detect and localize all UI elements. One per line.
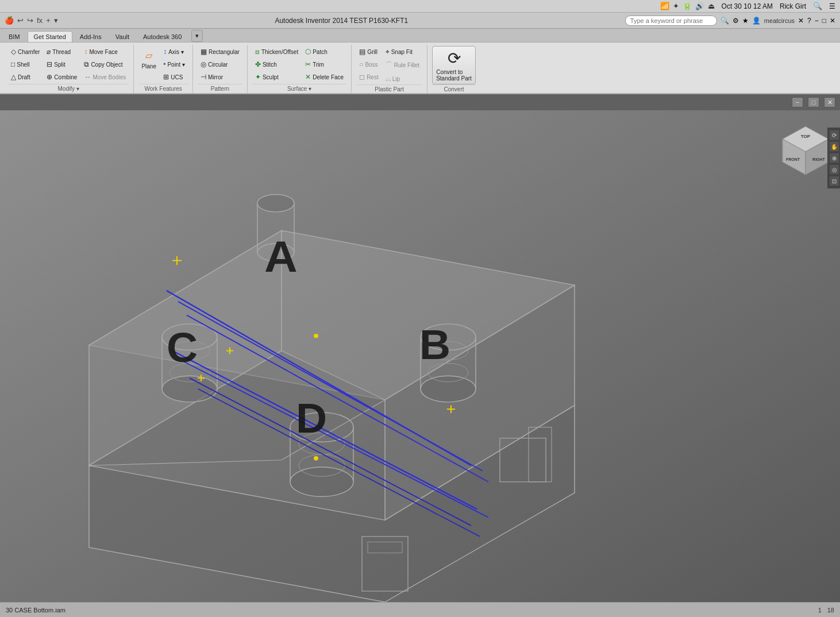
zoom-button[interactable]: ⊕ [829, 153, 839, 163]
close-icon[interactable]: ✕ [798, 17, 804, 25]
svg-text:RIGHT: RIGHT [812, 157, 826, 161]
grill-button[interactable]: ▤ Grill [356, 46, 380, 57]
svg-text:C: C [167, 325, 198, 371]
modify-col3: ↕ Move Face ⧉ Copy Object ↔ Move Bodies [81, 46, 129, 83]
thread-button[interactable]: ⌀ Thread [44, 46, 74, 57]
work-features-buttons: ▱ Plane ↕ Axis ▾ • Point ▾ ⊞ UCS [138, 45, 188, 84]
rest-button[interactable]: ◻ Rest [356, 71, 382, 83]
status-bar: 30 CASE Bottom.iam 1 18 [0, 602, 840, 617]
pan-button[interactable]: ✋ [829, 141, 839, 152]
ribbon-toolbar: ◇ Chamfer □ Shell △ Draft ⌀ Thread [0, 43, 840, 94]
move-face-label: Move Face [89, 49, 117, 55]
maximize-icon[interactable]: □ [822, 17, 826, 25]
axis-button[interactable]: ↕ Axis ▾ [160, 46, 187, 57]
chamfer-button[interactable]: ◇ Chamfer [8, 46, 43, 57]
dropdown-arrow-icon[interactable]: ▾ [54, 16, 58, 25]
plane-button[interactable]: ▱ Plane [138, 46, 159, 72]
patch-button[interactable]: ⬡ Patch [302, 46, 330, 57]
tab-vault[interactable]: Vault [109, 31, 136, 42]
sub-restore-button[interactable]: □ [808, 97, 819, 107]
plastic-buttons: ▤ Grill ○ Boss ◻ Rest ⌖ Snap Fit ⌒ [356, 45, 422, 84]
axis-icon: ↕ [163, 48, 167, 56]
delete-face-button[interactable]: ✕ Delete Face [302, 71, 346, 83]
copy-object-button[interactable]: ⧉ Copy Object [81, 59, 125, 70]
convert-label: Convert toStandard Part [436, 69, 472, 82]
sculpt-button[interactable]: ✦ Sculpt [252, 71, 282, 83]
copy-object-icon: ⧉ [84, 60, 89, 68]
search-icon[interactable]: 🔍 [720, 17, 729, 25]
sub-close-button[interactable]: ✕ [824, 97, 835, 107]
settings-icon[interactable]: ⚙ [733, 17, 739, 25]
title-left-icons: 🍎 ↩ ↪ fx + ▾ [5, 16, 58, 25]
convert-icon: ⟳ [448, 49, 461, 68]
menu-icon[interactable]: ☰ [829, 2, 835, 10]
surface-group-label: Surface ▾ [252, 84, 346, 93]
move-bodies-button[interactable]: ↔ Move Bodies [81, 71, 129, 83]
svg-point-19 [421, 376, 476, 402]
rest-label: Rest [367, 74, 379, 80]
ucs-label: UCS [171, 74, 183, 80]
orbit-button[interactable]: ⟳ [829, 130, 839, 140]
surface-buttons: ⧈ Thicken/Offset ✤ Stitch ✦ Sculpt ⬡ Pat… [252, 45, 346, 84]
search-input[interactable] [625, 16, 717, 26]
convert-standard-button[interactable]: ⟳ Convert toStandard Part [432, 46, 476, 84]
move-face-button[interactable]: ↕ Move Face [81, 46, 120, 57]
sculpt-label: Sculpt [263, 74, 279, 80]
formula-icon[interactable]: fx [37, 16, 43, 25]
ribbon-more-dropdown[interactable]: ▾ [191, 30, 203, 42]
sub-minimize-button[interactable]: − [792, 97, 803, 107]
status-page-number: 1 [818, 607, 822, 614]
stitch-button[interactable]: ✤ Stitch [252, 59, 280, 70]
snap-fit-button[interactable]: ⌖ Snap Fit [383, 46, 415, 57]
boss-button[interactable]: ○ Boss [356, 59, 380, 70]
combine-label: Combine [54, 74, 77, 80]
trim-button[interactable]: ✂ Trim [302, 59, 327, 70]
svg-text:B: B [419, 322, 450, 368]
shell-button[interactable]: □ Shell [8, 59, 33, 70]
plastic-col2: ⌖ Snap Fit ⌒ Rule Fillet ⌓ Lip [383, 46, 422, 84]
circular-icon: ◎ [201, 60, 206, 68]
tab-get-started[interactable]: Get Started [28, 31, 72, 42]
point-button[interactable]: • Point ▾ [160, 59, 188, 70]
thicken-offset-button[interactable]: ⧈ Thicken/Offset [252, 46, 301, 57]
viewcube[interactable]: TOP FRONT RIGHT [777, 122, 829, 173]
combine-button[interactable]: ⊕ Combine [44, 71, 80, 83]
chamfer-icon: ◇ [11, 48, 16, 56]
system-search-icon[interactable]: 🔍 [813, 2, 822, 10]
window-close-icon[interactable]: ✕ [830, 17, 835, 25]
star-icon[interactable]: ★ [742, 17, 749, 25]
mirror-button[interactable]: ⊣ Mirror [198, 71, 226, 83]
pattern-buttons: ▦ Rectangular ◎ Circular ⊣ Mirror [198, 45, 242, 84]
help-icon[interactable]: ? [807, 17, 811, 25]
minimize-icon[interactable]: − [815, 17, 819, 25]
3d-viewport[interactable]: A B C D TOP FRONT RIGHT ⟳ ✋ ⊕ [0, 110, 840, 602]
stitch-label: Stitch [263, 61, 277, 68]
rectangular-button[interactable]: ▦ Rectangular [198, 46, 242, 57]
lip-button[interactable]: ⌓ Lip [383, 73, 403, 84]
plastic-col1: ▤ Grill ○ Boss ◻ Rest [356, 46, 382, 83]
plane-label: Plane [141, 63, 156, 70]
add-icon[interactable]: + [46, 16, 51, 25]
thicken-offset-label: Thicken/Offset [261, 49, 298, 55]
svg-point-9 [257, 194, 294, 211]
surface-col2: ⬡ Patch ✂ Trim ✕ Delete Face [302, 46, 346, 83]
circular-button[interactable]: ◎ Circular [198, 59, 230, 70]
rule-fillet-button[interactable]: ⌒ Rule Fillet [383, 59, 422, 72]
look-at-button[interactable]: ◎ [829, 164, 839, 175]
tab-add-ins[interactable]: Add-Ins [74, 31, 108, 42]
draft-button[interactable]: △ Draft [8, 71, 33, 83]
lip-label: Lip [392, 76, 400, 82]
split-button[interactable]: ⊟ Split [44, 59, 68, 70]
redo-icon[interactable]: ↪ [27, 16, 33, 25]
svg-text:D: D [296, 396, 327, 442]
ucs-button[interactable]: ⊞ UCS [160, 71, 186, 83]
boss-icon: ○ [359, 60, 363, 68]
battery-icon: 🔋 [683, 2, 692, 10]
user-icon: 👤 [752, 17, 761, 25]
tab-bim[interactable]: BIM [2, 31, 26, 42]
tab-autodesk360[interactable]: Autodesk 360 [137, 31, 188, 42]
system-bar: 📶 ✦ 🔋 🔊 ⏏ Oct 30 10 12 AM Rick Girt 🔍 ☰ [0, 0, 840, 13]
svg-text:TOP: TOP [801, 134, 811, 139]
undo-icon[interactable]: ↩ [17, 16, 24, 25]
zoom-all-button[interactable]: ⊡ [829, 176, 839, 186]
